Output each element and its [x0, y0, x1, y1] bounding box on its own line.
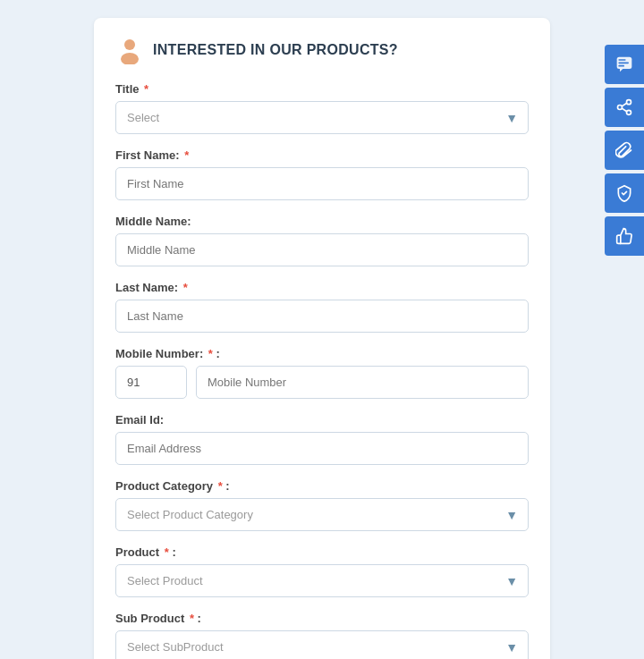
form-title: INTERESTED IN OUR PRODUCTS? — [153, 42, 398, 58]
first-name-field-group: First Name: * — [115, 148, 529, 200]
mobile-required: * — [205, 347, 213, 360]
sub-product-label: Sub Product * : — [115, 612, 529, 625]
share-button[interactable] — [605, 88, 644, 127]
svg-point-1 — [121, 53, 139, 64]
page-wrapper: INTERESTED IN OUR PRODUCTS? Title * Sele… — [0, 0, 644, 659]
sub-product-field-group: Sub Product * : Select SubProduct ▼ — [115, 612, 529, 659]
product-label: Product * : — [115, 545, 529, 559]
email-input[interactable] — [115, 432, 529, 465]
product-select-wrapper: Select Product ▼ — [115, 564, 529, 597]
svg-rect-3 — [618, 59, 625, 61]
svg-marker-6 — [620, 69, 623, 72]
title-select-wrapper: Select Mr Mrs Ms Dr ▼ — [115, 101, 529, 134]
svg-line-10 — [622, 103, 627, 106]
shield-icon — [615, 184, 633, 202]
middle-name-input[interactable] — [115, 233, 529, 266]
last-name-field-group: Last Name: * — [115, 281, 529, 333]
last-name-input[interactable] — [115, 300, 529, 333]
attachment-icon — [615, 141, 633, 159]
person-icon — [115, 36, 144, 64]
email-label: Email Id: — [115, 413, 529, 427]
mobile-number-input[interactable] — [196, 366, 529, 399]
last-name-required: * — [180, 281, 188, 294]
thumbsup-icon — [615, 227, 633, 245]
product-category-select-wrapper: Select Product Category ▼ — [115, 498, 529, 531]
middle-name-label: Middle Name: — [115, 215, 529, 228]
product-category-select[interactable]: Select Product Category — [115, 498, 529, 531]
svg-point-7 — [627, 100, 631, 105]
svg-point-0 — [124, 39, 135, 50]
product-category-required: * — [215, 479, 223, 493]
sub-product-select-wrapper: Select SubProduct ▼ — [115, 630, 529, 659]
sub-product-required: * — [186, 612, 194, 625]
mobile-label: Mobile Number: * : — [115, 347, 529, 360]
attachment-button[interactable] — [605, 131, 644, 170]
svg-point-8 — [618, 106, 623, 110]
share-icon — [615, 98, 633, 116]
form-container: INTERESTED IN OUR PRODUCTS? Title * Sele… — [94, 18, 550, 659]
middle-name-field-group: Middle Name: — [115, 215, 529, 266]
svg-rect-4 — [618, 63, 629, 64]
product-category-label: Product Category * : — [115, 479, 529, 493]
title-required: * — [141, 82, 149, 96]
title-field-group: Title * Select Mr Mrs Ms Dr ▼ — [115, 82, 529, 134]
chat-icon — [615, 55, 633, 73]
product-category-field-group: Product Category * : Select Product Cate… — [115, 479, 529, 531]
country-code-input[interactable] — [115, 366, 187, 399]
svg-point-9 — [627, 110, 631, 114]
sub-product-select[interactable]: Select SubProduct — [115, 630, 529, 659]
form-header: INTERESTED IN OUR PRODUCTS? — [115, 36, 529, 64]
first-name-input[interactable] — [115, 167, 529, 200]
svg-rect-5 — [618, 65, 624, 67]
product-field-group: Product * : Select Product ▼ — [115, 545, 529, 597]
title-label: Title * — [115, 82, 529, 96]
chat-button[interactable] — [605, 45, 644, 84]
svg-line-11 — [622, 108, 627, 112]
first-name-label: First Name: * — [115, 148, 529, 162]
last-name-label: Last Name: * — [115, 281, 529, 294]
product-required: * — [161, 545, 169, 559]
mobile-row — [115, 366, 529, 399]
first-name-required: * — [182, 148, 190, 162]
sidebar-buttons — [605, 45, 644, 256]
thumbsup-button[interactable] — [605, 216, 644, 256]
title-select[interactable]: Select Mr Mrs Ms Dr — [115, 101, 529, 134]
shield-button[interactable] — [605, 173, 644, 213]
product-select[interactable]: Select Product — [115, 564, 529, 597]
mobile-field-group: Mobile Number: * : — [115, 347, 529, 399]
email-field-group: Email Id: — [115, 413, 529, 465]
